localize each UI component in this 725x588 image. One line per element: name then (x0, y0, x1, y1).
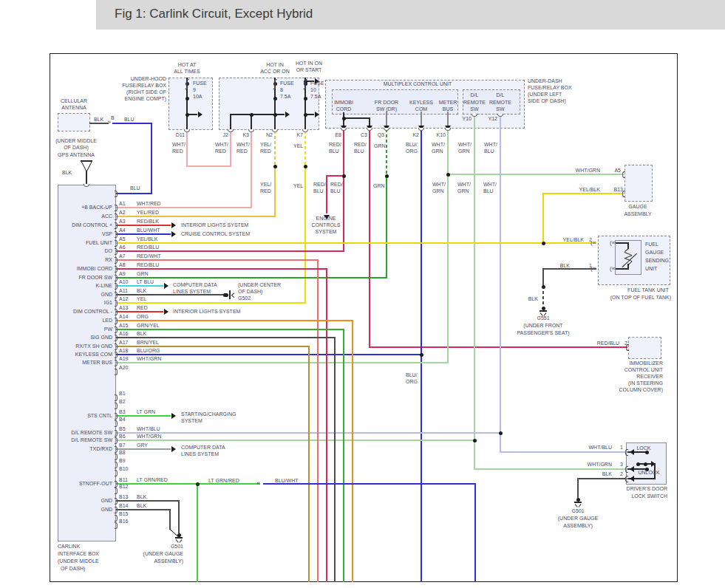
wire-ltgrn-54 (197, 483, 198, 582)
connector-icon (115, 283, 118, 290)
ground-bar (175, 537, 182, 538)
wire-redblu-43 (326, 268, 327, 582)
diagram-label: (UNDER GAUGE (558, 516, 598, 521)
pin-tag-a8: A8 (119, 262, 126, 267)
pin-tag-a17: A17 (119, 340, 128, 345)
pin-tag-a19: A19 (119, 356, 128, 361)
diagram-label: 7.5A (310, 94, 321, 99)
diagram-label: RED (236, 148, 248, 154)
connector-icon (115, 413, 118, 420)
connector-icon (115, 462, 118, 468)
wire-color-label: LT GRN (137, 409, 155, 414)
wire-blk-56 (116, 500, 180, 502)
wire-yelblk-40 (542, 193, 624, 194)
pin-tag-b15: B15 (119, 511, 128, 516)
diagram-label: (UNDER LEFT (528, 92, 562, 97)
diagram-label: YEL/BLK (563, 237, 584, 242)
diagram-label: IMMOBI (334, 100, 353, 105)
diagram-label: SYSTEM (316, 229, 337, 234)
diagram-label: YEL (293, 183, 303, 188)
connector-icon (115, 522, 118, 529)
arrow-right-icon (171, 446, 176, 452)
diagram-label: GRN (432, 188, 444, 194)
diagram-label: 9 (193, 87, 196, 92)
wire-blk-57 (169, 509, 171, 530)
diagram-label: RED (172, 148, 183, 154)
diagram-label: « (256, 480, 260, 487)
diagram-label: C3 (361, 132, 367, 137)
wire-blk-58 (542, 268, 596, 270)
wire-color-label: BLK (137, 288, 146, 293)
ground-bar (229, 290, 230, 298)
wire-color-label: RED/BLU (137, 245, 159, 250)
carlink-pin-name: VSP (102, 231, 112, 236)
wire-yel-24 (116, 302, 306, 304)
diagram-label: 1 (620, 445, 623, 450)
pin-tag-b8: B8 (119, 450, 126, 455)
wire-grn-29 (386, 175, 387, 278)
diagram-label: FUSE (193, 81, 207, 86)
diagram-label: INTERIOR LIGHTS SYSTEM (173, 309, 240, 314)
carlink-pin-name: DIM CONTROL + (72, 222, 112, 228)
diagram-label: METER (439, 100, 457, 105)
diagram-label: » (107, 119, 111, 126)
diagram-label: Q3 (378, 132, 384, 137)
diagram-label: BLK (528, 296, 538, 301)
junction-dot (385, 174, 389, 178)
connector-icon (115, 240, 118, 247)
diagram-label: 3 (620, 462, 623, 467)
junction-dot (185, 113, 189, 117)
diagram-label: BLU (330, 188, 341, 194)
diagram-label: K2 (412, 132, 419, 137)
connector-icon (115, 507, 118, 513)
connector-icon (115, 275, 118, 281)
connector-icon (115, 446, 118, 453)
wire-brnyel-50 (308, 346, 310, 582)
diagram-label: ʃ (273, 78, 276, 89)
diagram-label: REMOTE (489, 100, 511, 105)
diagram-label: BLU (124, 117, 135, 122)
diagram-label: GPS ANTENNA (58, 152, 95, 157)
diagram-label: CRUISE CONTROL SYSTEM (181, 231, 250, 236)
wire-color-label: BRN/YEL (137, 340, 159, 345)
connector-icon (625, 476, 628, 482)
connector-icon (115, 420, 118, 427)
diagram-label: SIDE OF DASH) (528, 98, 566, 103)
junction-dot (304, 113, 307, 117)
diagram-label: K7 (296, 132, 303, 137)
arrow-right-icon (171, 222, 176, 228)
arrow-right-icon (164, 309, 169, 315)
wire-yelred-22 (116, 216, 276, 217)
carlink-pin-name: K-LINE (95, 283, 112, 288)
ground-icon-g501 (576, 498, 580, 502)
wire-blu-55 (263, 483, 476, 485)
wire-redblu-25 (116, 250, 344, 252)
wire-dark-3 (86, 171, 86, 185)
diagram-label: (IN STEERING (628, 380, 663, 386)
carlink-pin-name: GND (101, 498, 112, 503)
wire-color-label: ORG (137, 314, 149, 319)
carlink-pin-name: D/L REMOTE SW (71, 437, 112, 442)
carlink-pin-name: IMMOBI CORD (77, 266, 112, 271)
wire-color-label: GRN (137, 271, 149, 276)
diagram-label: BLU (329, 148, 339, 154)
diagram-label: LINES SYSTEM (173, 289, 211, 294)
diagram-label: (« (610, 266, 615, 272)
wire-redwht-42 (116, 259, 319, 261)
diagram-label: G551 (537, 315, 549, 321)
wire-blu-1 (116, 193, 152, 194)
wire-dark-14 (343, 117, 370, 118)
diagram-label: (UNDER GAUGE (143, 551, 183, 556)
diagram-label: DRIVER'S DOOR (627, 486, 667, 491)
wire-color-label: BLK (137, 331, 146, 336)
carlink-pin-name: TXD/RXD (89, 446, 112, 451)
pin-tag-a15: A15 (119, 323, 128, 328)
diagram-label: FUSE/RELAY BOX (122, 83, 166, 88)
pin-tag-b6: B6 (119, 434, 126, 439)
junction-dot (273, 97, 277, 100)
wire-yelred-21 (274, 131, 276, 167)
wire-dark-8 (230, 114, 231, 130)
wire-blu-55 (474, 483, 476, 582)
carlink-pin-name: IG1 (104, 300, 112, 305)
junction-dot (644, 462, 647, 466)
